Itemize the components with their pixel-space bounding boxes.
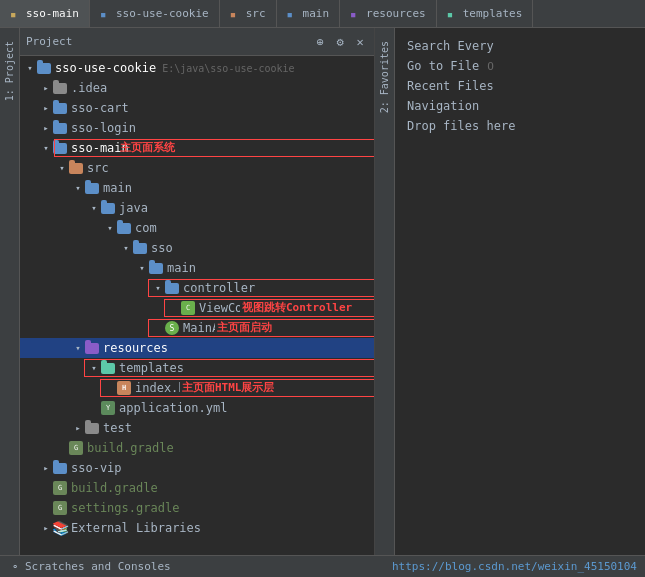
scratches-item[interactable]: ⚬ Scratches and Consoles: [8, 560, 171, 574]
arrow-ext-libs: [40, 522, 52, 534]
bottom-bar: ⚬ Scratches and Consoles https://blog.cs…: [0, 555, 645, 577]
test-icon: [84, 421, 100, 435]
arrow-sso-vip: [40, 462, 52, 474]
annotation-vc-label: 视图跳转Controller: [240, 300, 354, 315]
tree-item-sso-main[interactable]: sso-main 主页面系统: [20, 138, 374, 158]
src-label: src: [87, 161, 109, 175]
project-tree: sso-use-cookie E:\java\sso-use-cookie .i…: [20, 56, 374, 555]
arrow-settings: [40, 502, 52, 514]
bottom-left-area: ⚬ Scratches and Consoles: [8, 560, 171, 574]
arrow-root: [24, 62, 36, 74]
settings-gradle-icon: G: [52, 501, 68, 515]
arrow-controller: [152, 282, 164, 294]
sso-login-label: sso-login: [71, 121, 136, 135]
right-menu-drop[interactable]: Drop files here: [407, 116, 633, 136]
arrow-app-yml: [88, 402, 100, 414]
tree-item-idea[interactable]: .idea: [20, 78, 374, 98]
resources-icon: [84, 341, 100, 355]
java-label: java: [119, 201, 148, 215]
arrow-templates: [88, 362, 100, 374]
main2-icon: [148, 261, 164, 275]
sso-cart-icon: [52, 101, 68, 115]
sso-vip-icon: [52, 461, 68, 475]
tab-resources[interactable]: ▪ resources: [340, 0, 437, 27]
arrow-index: [104, 382, 116, 394]
tree-item-sso[interactable]: sso: [20, 238, 374, 258]
toolbar-close-icon[interactable]: ✕: [352, 34, 368, 50]
com-icon: [116, 221, 132, 235]
favorites-label[interactable]: 2: Favorites: [379, 33, 390, 121]
right-menu-search[interactable]: Search Every: [407, 36, 633, 56]
tab-templates[interactable]: ▪ templates: [437, 0, 534, 27]
annotation-index-label: 主页面HTML展示层: [180, 380, 277, 395]
arrow-src: [56, 162, 68, 174]
navigation-label: Navigation: [407, 99, 479, 113]
sso-login-icon: [52, 121, 68, 135]
arrow-sso-main: [40, 142, 52, 154]
arrow-vc: [168, 302, 180, 314]
favorites-sidebar-strip[interactable]: 2: Favorites: [375, 28, 395, 555]
tree-item-sso-vip[interactable]: sso-vip: [20, 458, 374, 478]
arrow-idea: [40, 82, 52, 94]
tree-item-settings-gradle[interactable]: G settings.gradle: [20, 498, 374, 518]
tree-item-root[interactable]: sso-use-cookie E:\java\sso-use-cookie: [20, 58, 374, 78]
sso-cart-label: sso-cart: [71, 101, 129, 115]
resources-label: resources: [103, 341, 168, 355]
tree-item-sso-cart[interactable]: sso-cart: [20, 98, 374, 118]
tree-item-main2[interactable]: main: [20, 258, 374, 278]
sso-main-icon: [52, 141, 68, 155]
tree-item-sso-login[interactable]: sso-login: [20, 118, 374, 138]
toolbar-settings-icon[interactable]: ⚙: [332, 34, 348, 50]
toolbar-sync-icon[interactable]: ⊕: [312, 34, 328, 50]
tree-item-controller[interactable]: controller: [20, 278, 374, 298]
tree-item-app-yml[interactable]: Y application.yml: [20, 398, 374, 418]
bottom-url[interactable]: https://blog.csdn.net/weixin_45150104: [392, 560, 637, 573]
ext-libs-icon: 📚: [52, 521, 68, 535]
tree-item-com[interactable]: com: [20, 218, 374, 238]
tree-item-build-gradle-main[interactable]: G build.gradle: [20, 438, 374, 458]
goto-shortcut: O: [487, 60, 494, 73]
tree-item-test[interactable]: test: [20, 418, 374, 438]
tab-sso-main[interactable]: ▪ sso-main: [0, 0, 90, 27]
arrow-build-root: [40, 482, 52, 494]
tab-src[interactable]: ▪ src: [220, 0, 277, 27]
tree-item-java[interactable]: java: [20, 198, 374, 218]
src-icon: [68, 161, 84, 175]
tree-item-build-gradle-root[interactable]: G build.gradle: [20, 478, 374, 498]
right-menu-navigation[interactable]: Navigation: [407, 96, 633, 116]
project-toolbar: Project ⊕ ⚙ ✕: [20, 28, 374, 56]
drop-label: Drop files here: [407, 119, 515, 133]
idea-label: .idea: [71, 81, 107, 95]
annotation-controller-box: [148, 279, 374, 297]
tree-item-main[interactable]: main: [20, 178, 374, 198]
main-icon: [84, 181, 100, 195]
right-panel: Search Every Go to File O Recent Files N…: [395, 28, 645, 555]
folder-icon: ▪: [10, 8, 22, 20]
tree-item-templates[interactable]: templates: [20, 358, 374, 378]
ext-libs-label: External Libraries: [71, 521, 201, 535]
arrow-build-gradle-main: [56, 442, 68, 454]
project-sidebar-label[interactable]: 1: Project: [4, 33, 15, 109]
tree-item-resources[interactable]: resources: [20, 338, 374, 358]
templates-label: templates: [119, 361, 184, 375]
scratches-icon: ⚬: [8, 560, 22, 574]
controller-label: controller: [183, 281, 255, 295]
tree-item-index-html[interactable]: H index.html 主页面HTML展示层: [20, 378, 374, 398]
tab-main[interactable]: ▪ main: [277, 0, 341, 27]
controller-icon: [164, 281, 180, 295]
tab-sso-use-cookie[interactable]: ▪ sso-use-cookie: [90, 0, 220, 27]
tree-item-mainapp[interactable]: S MainApp 主页面启动: [20, 318, 374, 338]
project-panel: Project ⊕ ⚙ ✕ sso-use-cookie E:\java\sso…: [20, 28, 375, 555]
index-html-icon: H: [116, 381, 132, 395]
arrow-mainapp: [152, 322, 164, 334]
tree-item-ext-libs[interactable]: 📚 External Libraries: [20, 518, 374, 538]
right-menu-goto[interactable]: Go to File O: [407, 56, 633, 76]
project-sidebar-strip[interactable]: 1: Project: [0, 28, 20, 555]
arrow-test: [72, 422, 84, 434]
right-menu-recent[interactable]: Recent Files: [407, 76, 633, 96]
tree-item-viewcontroller[interactable]: C ViewController 视图跳转Controller: [20, 298, 374, 318]
arrow-com: [104, 222, 116, 234]
tree-item-src[interactable]: src: [20, 158, 374, 178]
java-icon: [100, 201, 116, 215]
folder-icon3: ▪: [230, 8, 242, 20]
